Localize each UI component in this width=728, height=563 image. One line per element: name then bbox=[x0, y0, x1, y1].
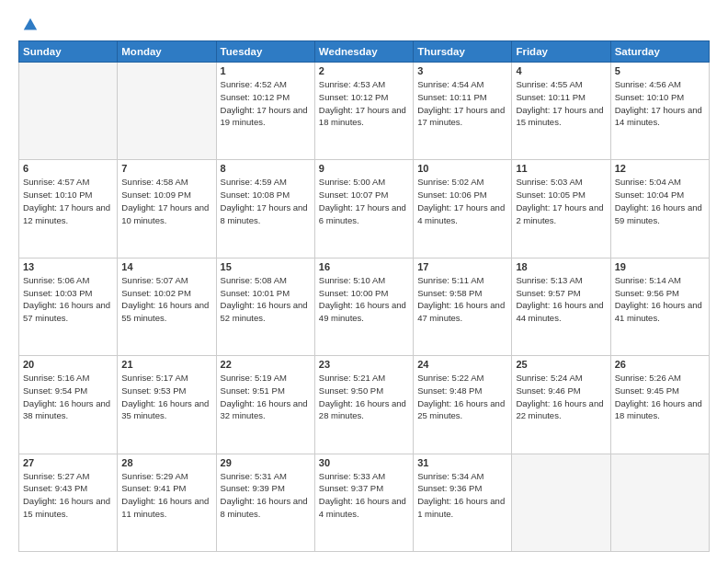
cal-cell: 10 Sunrise: 5:02 AMSunset: 10:06 PMDayli… bbox=[414, 160, 512, 258]
cal-cell: 7 Sunrise: 4:58 AMSunset: 10:09 PMDaylig… bbox=[118, 160, 216, 258]
cal-cell bbox=[610, 454, 709, 551]
header bbox=[18, 17, 710, 33]
calendar-table: SundayMondayTuesdayWednesdayThursdayFrid… bbox=[18, 40, 710, 552]
day-number: 30 bbox=[319, 457, 409, 468]
col-header-thursday: Thursday bbox=[414, 41, 512, 63]
cal-cell: 9 Sunrise: 5:00 AMSunset: 10:07 PMDaylig… bbox=[314, 160, 413, 258]
day-number: 25 bbox=[516, 359, 606, 370]
cell-details: Sunrise: 5:13 AMSunset: 9:57 PMDaylight:… bbox=[516, 275, 603, 323]
day-number: 21 bbox=[121, 359, 211, 370]
day-number: 8 bbox=[221, 163, 311, 174]
cell-details: Sunrise: 5:10 AMSunset: 10:00 PMDaylight… bbox=[319, 275, 406, 323]
cell-details: Sunrise: 5:14 AMSunset: 9:56 PMDaylight:… bbox=[615, 275, 702, 323]
cal-cell: 3 Sunrise: 4:54 AMSunset: 10:11 PMDaylig… bbox=[414, 63, 512, 160]
cal-cell: 2 Sunrise: 4:53 AMSunset: 10:12 PMDaylig… bbox=[314, 63, 413, 160]
cal-cell: 8 Sunrise: 4:59 AMSunset: 10:08 PMDaylig… bbox=[216, 160, 314, 258]
week-row-1: 1 Sunrise: 4:52 AMSunset: 10:12 PMDaylig… bbox=[19, 63, 710, 160]
cal-cell: 20 Sunrise: 5:16 AMSunset: 9:54 PMDaylig… bbox=[19, 356, 118, 454]
day-number: 23 bbox=[319, 359, 409, 370]
cal-cell: 6 Sunrise: 4:57 AMSunset: 10:10 PMDaylig… bbox=[19, 160, 118, 258]
cal-cell: 16 Sunrise: 5:10 AMSunset: 10:00 PMDayli… bbox=[314, 258, 413, 355]
cell-details: Sunrise: 5:24 AMSunset: 9:46 PMDaylight:… bbox=[516, 373, 603, 420]
day-number: 13 bbox=[23, 261, 113, 272]
cal-cell: 29 Sunrise: 5:31 AMSunset: 9:39 PMDaylig… bbox=[216, 454, 314, 551]
cell-details: Sunrise: 4:56 AMSunset: 10:10 PMDaylight… bbox=[615, 79, 702, 127]
cell-details: Sunrise: 4:57 AMSunset: 10:10 PMDaylight… bbox=[23, 177, 110, 224]
logo bbox=[18, 17, 39, 33]
day-number: 10 bbox=[417, 163, 507, 174]
cell-details: Sunrise: 5:21 AMSunset: 9:50 PMDaylight:… bbox=[319, 373, 406, 420]
cal-cell bbox=[512, 454, 610, 551]
cal-cell: 31 Sunrise: 5:34 AMSunset: 9:36 PMDaylig… bbox=[414, 454, 512, 551]
day-number: 22 bbox=[221, 359, 311, 370]
cal-cell: 1 Sunrise: 4:52 AMSunset: 10:12 PMDaylig… bbox=[216, 63, 314, 160]
cell-details: Sunrise: 4:54 AMSunset: 10:11 PMDaylight… bbox=[417, 79, 505, 127]
cal-cell: 23 Sunrise: 5:21 AMSunset: 9:50 PMDaylig… bbox=[314, 356, 413, 454]
cell-details: Sunrise: 5:19 AMSunset: 9:51 PMDaylight:… bbox=[221, 373, 308, 420]
cal-cell: 17 Sunrise: 5:11 AMSunset: 9:58 PMDaylig… bbox=[414, 258, 512, 355]
cal-cell: 24 Sunrise: 5:22 AMSunset: 9:48 PMDaylig… bbox=[414, 356, 512, 454]
day-number: 15 bbox=[221, 261, 311, 272]
cell-details: Sunrise: 5:16 AMSunset: 9:54 PMDaylight:… bbox=[23, 373, 110, 420]
col-header-sunday: Sunday bbox=[19, 41, 118, 63]
week-row-2: 6 Sunrise: 4:57 AMSunset: 10:10 PMDaylig… bbox=[19, 160, 710, 258]
col-header-tuesday: Tuesday bbox=[216, 41, 314, 63]
cell-details: Sunrise: 5:04 AMSunset: 10:04 PMDaylight… bbox=[615, 177, 702, 224]
day-number: 26 bbox=[615, 359, 705, 370]
cal-cell: 22 Sunrise: 5:19 AMSunset: 9:51 PMDaylig… bbox=[216, 356, 314, 454]
day-number: 12 bbox=[615, 163, 705, 174]
week-row-3: 13 Sunrise: 5:06 AMSunset: 10:03 PMDayli… bbox=[19, 258, 710, 355]
day-number: 20 bbox=[23, 359, 113, 370]
cal-cell: 30 Sunrise: 5:33 AMSunset: 9:37 PMDaylig… bbox=[314, 454, 413, 551]
day-number: 27 bbox=[23, 457, 113, 468]
cal-cell: 12 Sunrise: 5:04 AMSunset: 10:04 PMDayli… bbox=[610, 160, 709, 258]
cal-cell: 19 Sunrise: 5:14 AMSunset: 9:56 PMDaylig… bbox=[610, 258, 709, 355]
cell-details: Sunrise: 5:31 AMSunset: 9:39 PMDaylight:… bbox=[221, 471, 308, 519]
cell-details: Sunrise: 4:58 AMSunset: 10:09 PMDaylight… bbox=[121, 177, 209, 224]
cell-details: Sunrise: 4:55 AMSunset: 10:11 PMDaylight… bbox=[516, 79, 603, 127]
day-number: 29 bbox=[221, 457, 311, 468]
cal-cell: 5 Sunrise: 4:56 AMSunset: 10:10 PMDaylig… bbox=[610, 63, 709, 160]
cell-details: Sunrise: 5:11 AMSunset: 9:58 PMDaylight:… bbox=[417, 275, 505, 323]
cell-details: Sunrise: 5:06 AMSunset: 10:03 PMDaylight… bbox=[23, 275, 110, 323]
day-number: 17 bbox=[417, 261, 507, 272]
cell-details: Sunrise: 5:29 AMSunset: 9:41 PMDaylight:… bbox=[121, 471, 209, 519]
day-number: 28 bbox=[121, 457, 211, 468]
cell-details: Sunrise: 4:59 AMSunset: 10:08 PMDaylight… bbox=[221, 177, 308, 224]
cell-details: Sunrise: 4:53 AMSunset: 10:12 PMDaylight… bbox=[319, 79, 406, 127]
cal-cell: 14 Sunrise: 5:07 AMSunset: 10:02 PMDayli… bbox=[118, 258, 216, 355]
cell-details: Sunrise: 4:52 AMSunset: 10:12 PMDaylight… bbox=[221, 79, 308, 127]
cal-cell: 15 Sunrise: 5:08 AMSunset: 10:01 PMDayli… bbox=[216, 258, 314, 355]
col-header-monday: Monday bbox=[118, 41, 216, 63]
cell-details: Sunrise: 5:17 AMSunset: 9:53 PMDaylight:… bbox=[121, 373, 209, 420]
logo-icon bbox=[22, 17, 39, 33]
day-number: 5 bbox=[615, 65, 705, 76]
cell-details: Sunrise: 5:00 AMSunset: 10:07 PMDaylight… bbox=[319, 177, 406, 224]
cell-details: Sunrise: 5:26 AMSunset: 9:45 PMDaylight:… bbox=[615, 373, 702, 420]
day-number: 4 bbox=[516, 65, 606, 76]
day-number: 1 bbox=[221, 65, 311, 76]
cal-cell: 4 Sunrise: 4:55 AMSunset: 10:11 PMDaylig… bbox=[512, 63, 610, 160]
day-number: 19 bbox=[615, 261, 705, 272]
day-number: 14 bbox=[121, 261, 211, 272]
day-number: 9 bbox=[319, 163, 409, 174]
day-number: 31 bbox=[417, 457, 507, 468]
col-header-friday: Friday bbox=[512, 41, 610, 63]
cell-details: Sunrise: 5:34 AMSunset: 9:36 PMDaylight:… bbox=[417, 471, 505, 519]
cal-cell bbox=[118, 63, 216, 160]
cal-cell: 26 Sunrise: 5:26 AMSunset: 9:45 PMDaylig… bbox=[610, 356, 709, 454]
cell-details: Sunrise: 5:02 AMSunset: 10:06 PMDaylight… bbox=[417, 177, 505, 224]
cell-details: Sunrise: 5:27 AMSunset: 9:43 PMDaylight:… bbox=[23, 471, 110, 519]
cell-details: Sunrise: 5:33 AMSunset: 9:37 PMDaylight:… bbox=[319, 471, 406, 519]
page: SundayMondayTuesdayWednesdayThursdayFrid… bbox=[0, 0, 728, 563]
day-number: 6 bbox=[23, 163, 113, 174]
col-header-saturday: Saturday bbox=[610, 41, 709, 63]
cell-details: Sunrise: 5:03 AMSunset: 10:05 PMDaylight… bbox=[516, 177, 603, 224]
cal-cell: 25 Sunrise: 5:24 AMSunset: 9:46 PMDaylig… bbox=[512, 356, 610, 454]
cal-cell bbox=[19, 63, 118, 160]
day-number: 24 bbox=[417, 359, 507, 370]
cell-details: Sunrise: 5:08 AMSunset: 10:01 PMDaylight… bbox=[221, 275, 308, 323]
day-number: 18 bbox=[516, 261, 606, 272]
cal-cell: 27 Sunrise: 5:27 AMSunset: 9:43 PMDaylig… bbox=[19, 454, 118, 551]
cal-cell: 28 Sunrise: 5:29 AMSunset: 9:41 PMDaylig… bbox=[118, 454, 216, 551]
